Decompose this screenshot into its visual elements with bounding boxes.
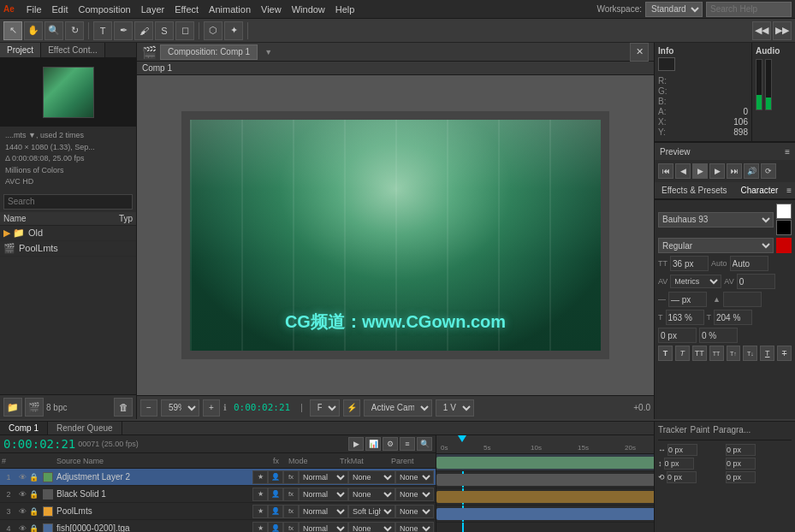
- project-folder-old[interactable]: ▶ 📁 Old: [0, 226, 136, 241]
- layer-solo-1[interactable]: ★: [252, 470, 268, 484]
- scale-v-input[interactable]: [714, 310, 752, 325]
- menu-effect[interactable]: Effect: [169, 4, 204, 15]
- tool-pen[interactable]: ✒: [114, 21, 133, 40]
- layer-lock-3[interactable]: 🔒: [29, 507, 43, 516]
- layer-mode-1[interactable]: Normal: [299, 470, 348, 484]
- italic-btn[interactable]: T: [675, 346, 690, 361]
- smallcaps-btn[interactable]: TT: [709, 346, 724, 361]
- tl-settings-btn[interactable]: ⚙: [383, 437, 398, 451]
- layer-eye-4[interactable]: 👁: [15, 524, 29, 533]
- tool-clone[interactable]: S: [155, 21, 174, 40]
- layer-eye-3[interactable]: 👁: [15, 507, 29, 516]
- tracker-input-2[interactable]: [726, 444, 756, 456]
- tool-roto[interactable]: ⬡: [204, 21, 222, 40]
- layer-trkmat-1[interactable]: None: [348, 470, 395, 484]
- layer-trkmat-3[interactable]: Soft Ligh: [348, 505, 395, 518]
- tool-puppet[interactable]: ✦: [224, 21, 243, 40]
- comp-viewport[interactable]: CG频道：www.CGown.com: [137, 75, 654, 395]
- menu-animation[interactable]: Animation: [204, 4, 256, 15]
- comp-view-select[interactable]: 1 View: [436, 399, 474, 417]
- layer-parent-2[interactable]: None: [395, 488, 434, 501]
- tl-preview-btn[interactable]: ▶: [348, 437, 364, 451]
- menu-composition[interactable]: Composition: [74, 4, 136, 15]
- comp-camera-select[interactable]: Active Camera: [364, 399, 432, 417]
- layer-parent-4[interactable]: None: [395, 522, 434, 533]
- tab-tracker[interactable]: Tracker: [658, 425, 687, 434]
- new-comp-btn[interactable]: 🎬: [25, 398, 44, 417]
- tab-paragra[interactable]: Paragra...: [713, 425, 751, 434]
- layer-solo-2[interactable]: ★: [252, 488, 268, 501]
- comp-zoom-in[interactable]: +: [203, 399, 220, 417]
- preview-last-frame[interactable]: ⏭: [727, 163, 742, 179]
- tl-tab-comp1[interactable]: Comp 1: [0, 422, 48, 434]
- super-btn[interactable]: T↑: [727, 346, 741, 361]
- preview-loop[interactable]: ⟳: [761, 163, 776, 179]
- font-size-input[interactable]: [670, 256, 709, 271]
- layer-parent-1[interactable]: None: [395, 470, 434, 484]
- tracker-input-1[interactable]: [667, 444, 697, 456]
- tool-eraser[interactable]: ◻: [175, 21, 194, 40]
- layer-eye-1[interactable]: 👁: [15, 473, 29, 482]
- menu-help[interactable]: Help: [330, 4, 360, 15]
- tracker-input-5[interactable]: [667, 471, 697, 483]
- layer-shy-2[interactable]: 👤: [268, 488, 283, 501]
- strikethrough-btn[interactable]: T: [777, 346, 792, 361]
- comp-close-btn[interactable]: ✕: [630, 43, 649, 62]
- tool-rotate[interactable]: ↻: [65, 21, 84, 40]
- tl-search-btn[interactable]: 🔍: [417, 437, 432, 451]
- tsume-input[interactable]: [699, 328, 738, 343]
- layer-row-4[interactable]: 4 👁 🔒 fish[0000-0200].tga ★ 👤 fx Normal …: [0, 520, 436, 532]
- layer-row-3[interactable]: 3 👁 🔒 PoolLmts ★ 👤 fx Normal Soft Ligh: [0, 503, 436, 520]
- indent-input[interactable]: [668, 292, 707, 307]
- comp-dropdown-icon[interactable]: ▼: [264, 48, 272, 56]
- tracker-input-3[interactable]: [664, 458, 694, 470]
- font-style-select[interactable]: Regular: [658, 238, 774, 253]
- layer-solo-3[interactable]: ★: [252, 505, 268, 518]
- layer-trkmat-2[interactable]: None: [348, 488, 395, 501]
- allcaps-btn[interactable]: TT: [692, 346, 707, 361]
- preview-prev-frame[interactable]: ◀: [675, 163, 691, 179]
- stroke-color-box[interactable]: [776, 238, 792, 253]
- menu-layer[interactable]: Layer: [136, 4, 170, 15]
- tl-graph-btn[interactable]: 📊: [365, 437, 381, 451]
- tracker-input-6[interactable]: [726, 471, 756, 483]
- preview-play[interactable]: ▶: [692, 163, 708, 179]
- tab-character[interactable]: Character: [738, 186, 782, 195]
- tool-select[interactable]: ↖: [3, 21, 22, 40]
- text-fill-color[interactable]: [776, 204, 792, 219]
- baseline-shift-input[interactable]: [658, 328, 697, 343]
- menu-edit[interactable]: Edit: [47, 4, 74, 15]
- auto-leading-input[interactable]: [730, 256, 768, 271]
- tracker-input-4[interactable]: [726, 458, 756, 470]
- kerning-select[interactable]: Metrics: [670, 275, 721, 288]
- layer-lock-4[interactable]: 🔒: [29, 524, 43, 533]
- trash-btn[interactable]: 🗑: [114, 398, 133, 417]
- layer-mode-4[interactable]: Normal: [299, 522, 348, 533]
- search-input[interactable]: [706, 2, 792, 17]
- scale-h-input[interactable]: [666, 310, 704, 325]
- project-file-poollmts[interactable]: 🎬 PoolLmts: [0, 241, 136, 257]
- layer-row-1[interactable]: 1 👁 🔒 Adjustment Layer 2 ★ 👤 fx Normal N…: [0, 469, 436, 486]
- sub-btn[interactable]: T↓: [743, 346, 757, 361]
- layer-fx-3[interactable]: fx: [283, 505, 299, 518]
- comp-quality-select[interactable]: Full: [310, 399, 340, 417]
- layer-parent-3[interactable]: None: [395, 505, 434, 518]
- preview-first-frame[interactable]: ⏮: [658, 163, 673, 179]
- underline-btn[interactable]: T: [760, 346, 774, 361]
- layer-trkmat-4[interactable]: None: [348, 522, 395, 533]
- menu-window[interactable]: Window: [287, 4, 330, 15]
- tracking-input[interactable]: [737, 274, 775, 289]
- comp-fast-prev[interactable]: ⚡: [343, 399, 360, 417]
- tab-effect-controls[interactable]: Effect Cont...: [41, 43, 105, 57]
- layer-row-2[interactable]: 2 👁 🔒 Black Solid 1 ★ 👤 fx Normal None: [0, 486, 436, 503]
- layer-eye-2[interactable]: 👁: [15, 490, 29, 499]
- layer-mode-2[interactable]: Normal: [299, 488, 348, 501]
- layer-shy-4[interactable]: 👤: [268, 522, 283, 533]
- tab-project[interactable]: Project: [0, 43, 41, 57]
- tl-tab-render-queue[interactable]: Render Queue: [48, 422, 122, 434]
- comp-zoom-select[interactable]: 59%: [161, 399, 199, 417]
- tool-brush[interactable]: 🖌: [134, 21, 153, 40]
- text-stroke-color[interactable]: [776, 220, 792, 235]
- preview-next-frame[interactable]: ▶: [709, 163, 725, 179]
- workspace-select[interactable]: Standard: [645, 2, 703, 17]
